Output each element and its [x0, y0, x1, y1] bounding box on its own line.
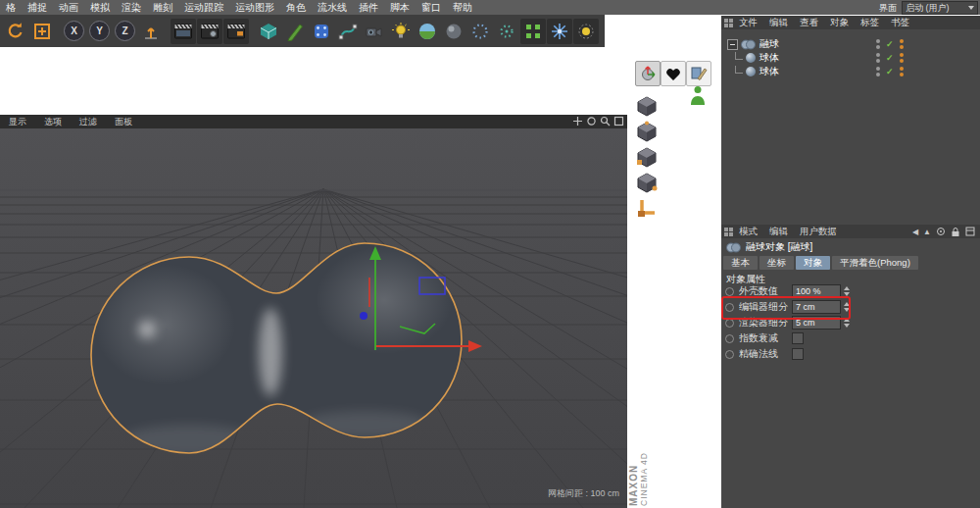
figure-icon[interactable]	[686, 84, 710, 108]
tab-object[interactable]: 对象	[796, 256, 830, 270]
enabled-check-icon[interactable]: ✓	[886, 67, 894, 76]
tree-row-sphere[interactable]: 球体 ✓	[721, 51, 980, 65]
material-icon[interactable]	[441, 19, 466, 44]
enabled-check-icon[interactable]: ✓	[886, 39, 894, 49]
coordinate-system-icon[interactable]	[138, 19, 164, 44]
effector-icon[interactable]	[547, 19, 572, 44]
om-menu-item[interactable]: 文件	[733, 16, 763, 29]
3d-viewport[interactable]: 网格间距 : 100 cm	[0, 128, 627, 508]
cube-primitive-icon[interactable]	[256, 19, 281, 44]
editor-subdivision-field[interactable]: 7 cm	[792, 300, 841, 314]
selection-frame-icon[interactable]	[29, 19, 55, 44]
heart-icon[interactable]	[661, 61, 686, 86]
lock-x-axis-button[interactable]: X	[64, 21, 84, 41]
selection-loop-icon[interactable]	[467, 19, 493, 44]
z-axis-handle[interactable]	[360, 312, 368, 320]
spline-icon[interactable]	[335, 19, 361, 44]
tab-coordinates[interactable]: 坐标	[760, 256, 794, 270]
tree-row-sphere[interactable]: 球体 ✓	[721, 65, 980, 78]
history-up-icon[interactable]: ▲	[923, 228, 931, 236]
animation-dot[interactable]	[725, 334, 734, 343]
metaball-object[interactable]	[91, 243, 462, 456]
om-menu-item[interactable]: 对象	[824, 16, 855, 29]
menu-item[interactable]: 帮助	[447, 0, 478, 15]
simulation-icon[interactable]	[573, 19, 599, 44]
animation-dot[interactable]	[725, 287, 734, 296]
cube-command-icon[interactable]	[635, 171, 659, 194]
viewport-menu-item[interactable]: 过滤	[71, 115, 106, 128]
accurate-normals-checkbox[interactable]	[792, 348, 804, 360]
render-settings-icon[interactable]	[197, 19, 222, 44]
pan-view-icon[interactable]	[572, 116, 583, 127]
visibility-dots[interactable]	[876, 53, 880, 63]
cube-command-icon[interactable]	[635, 120, 659, 143]
exponential-falloff-checkbox[interactable]	[792, 332, 804, 344]
animation-dot[interactable]	[725, 350, 734, 359]
viewport-menu-item[interactable]: 显示	[0, 115, 35, 128]
subdivision-surface-icon[interactable]	[309, 19, 334, 44]
viewport-menu-item[interactable]: 面板	[106, 115, 141, 128]
panel-grid-icon[interactable]	[724, 19, 733, 27]
cube-command-icon[interactable]	[635, 145, 659, 169]
layout-preset-select[interactable]: 启动 (用户)	[902, 1, 978, 15]
am-menu-item[interactable]: 模式	[733, 225, 763, 238]
menu-item[interactable]: 动画	[53, 0, 84, 15]
menu-item[interactable]: 角色	[280, 0, 312, 15]
mograph-cloner-icon[interactable]	[520, 19, 546, 44]
render-subdivision-field[interactable]: 5 cm	[792, 316, 841, 330]
lock-z-axis-button[interactable]: Z	[115, 21, 135, 41]
visibility-dots[interactable]	[876, 39, 880, 49]
menu-item[interactable]: 格	[0, 0, 22, 15]
animation-dot[interactable]	[725, 303, 734, 312]
am-menu-item[interactable]: 用户数据	[794, 225, 843, 238]
camera-icon[interactable]	[362, 19, 387, 44]
am-menu-item[interactable]: 编辑	[763, 225, 794, 238]
toggle-view-icon[interactable]	[613, 116, 624, 127]
enabled-check-icon[interactable]: ✓	[886, 53, 894, 63]
value-stepper[interactable]	[842, 316, 851, 330]
om-menu-item[interactable]: 编辑	[763, 16, 794, 29]
om-menu-item[interactable]: 书签	[885, 16, 915, 29]
menu-item[interactable]: 模拟	[84, 0, 116, 15]
om-menu-item[interactable]: 标签	[855, 16, 885, 29]
tab-basic[interactable]: 基本	[723, 256, 758, 270]
collapse-icon[interactable]	[727, 39, 738, 50]
viewport-menu-item[interactable]: 选项	[35, 115, 71, 128]
tag-dots[interactable]	[900, 67, 904, 76]
cube-command-icon[interactable]	[635, 94, 659, 118]
undo-icon[interactable]	[3, 19, 28, 44]
render-queue-icon[interactable]	[223, 19, 249, 44]
menu-item[interactable]: 脚本	[384, 0, 416, 15]
menu-item[interactable]: 运动图形	[229, 0, 280, 15]
menu-item[interactable]: 插件	[353, 0, 384, 15]
menu-item[interactable]: 流水线	[312, 0, 353, 15]
target-icon[interactable]	[936, 227, 946, 236]
visibility-dots[interactable]	[876, 67, 880, 76]
value-stepper[interactable]	[842, 300, 851, 314]
menu-item[interactable]: 捕捉	[22, 0, 53, 15]
menu-item[interactable]: 渲染	[116, 0, 147, 15]
panel-icon[interactable]	[965, 227, 975, 236]
tag-dots[interactable]	[900, 53, 904, 63]
animation-dot[interactable]	[725, 319, 734, 328]
lock-y-axis-button[interactable]: Y	[89, 21, 110, 41]
selection-ring-icon[interactable]	[494, 19, 519, 44]
history-back-icon[interactable]: ◀	[912, 228, 918, 236]
hull-value-field[interactable]: 100 %	[792, 284, 841, 298]
pen-spline-icon[interactable]	[282, 19, 308, 44]
layers-pen-icon[interactable]	[686, 61, 711, 86]
lock-icon[interactable]	[951, 227, 960, 237]
tree-row-metaball[interactable]: 融球 ✓	[721, 37, 980, 51]
menu-item[interactable]: 雕刻	[147, 0, 178, 15]
menu-item[interactable]: 窗口	[416, 0, 447, 15]
menu-item[interactable]: 运动跟踪	[178, 0, 229, 15]
tag-dots[interactable]	[900, 39, 904, 49]
value-stepper[interactable]	[842, 284, 851, 298]
orbit-view-icon[interactable]	[586, 116, 597, 127]
axis-sphere-icon[interactable]	[635, 61, 661, 86]
om-menu-item[interactable]: 查看	[794, 16, 824, 29]
light-icon[interactable]	[388, 19, 414, 44]
workplane-l-icon[interactable]	[635, 196, 659, 220]
sky-icon[interactable]	[415, 19, 440, 44]
panel-grid-icon[interactable]	[724, 228, 733, 236]
